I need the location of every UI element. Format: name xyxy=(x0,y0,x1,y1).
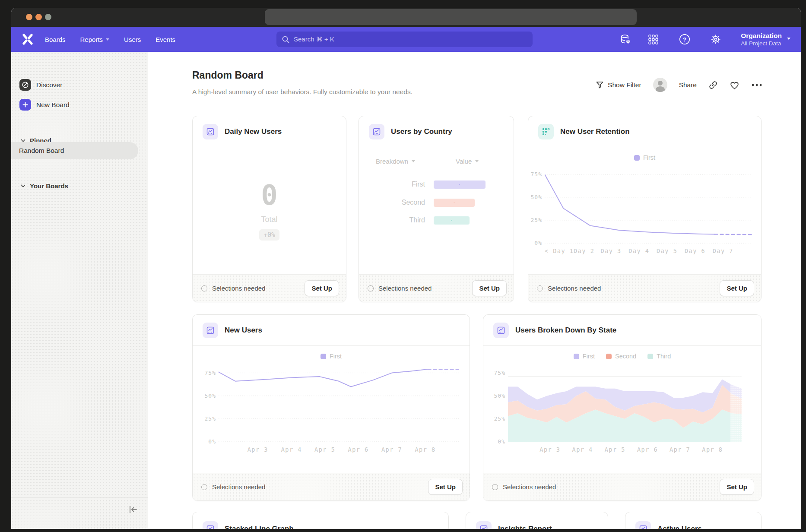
chevron-down-icon xyxy=(21,184,25,188)
chart-legend: First xyxy=(193,352,470,361)
y-axis-tick-label: 50% xyxy=(494,393,505,399)
x-axis-tick-label: Day 5 xyxy=(657,247,677,254)
x-axis-tick-label: Apr 7 xyxy=(670,446,690,453)
org-switcher[interactable]: Organization All Project Data xyxy=(741,32,790,47)
main-content: Random Board A high-level summary of use… xyxy=(148,52,801,529)
y-axis-tick-label: 0% xyxy=(534,240,542,246)
y-axis-tick-label: 75% xyxy=(494,370,505,376)
card-active-users: Active Users xyxy=(625,512,762,529)
card-title: New Users xyxy=(225,326,262,335)
org-name: Organization xyxy=(741,32,782,40)
y-axis-tick-label: 50% xyxy=(205,393,216,399)
nav-item-boards[interactable]: Boards xyxy=(45,36,66,43)
legend-item[interactable]: First xyxy=(574,353,595,360)
nav-item-reports[interactable]: Reports xyxy=(80,36,110,43)
traffic-light-zoom[interactable] xyxy=(45,14,51,20)
y-axis-tick-label: 50% xyxy=(531,194,542,200)
legend-swatch xyxy=(647,354,653,359)
x-axis-tick-label: Apr 4 xyxy=(281,446,302,453)
line-chart-icon xyxy=(493,323,509,338)
line-chart-icon xyxy=(476,521,492,529)
set-up-button[interactable]: Set Up xyxy=(472,280,507,296)
sidebar-item-random-board[interactable]: Random Board xyxy=(11,142,138,159)
x-axis-tick-label: Apr 6 xyxy=(348,446,369,453)
y-axis-tick-label: 25% xyxy=(494,415,505,422)
legend-swatch xyxy=(606,354,612,359)
x-axis-tick-label: Day 6 xyxy=(685,247,705,254)
avatar[interactable] xyxy=(653,78,667,92)
value-dropdown[interactable]: Value xyxy=(456,158,479,165)
line-chart-icon xyxy=(203,521,218,529)
x-axis-tick-label: Apr 6 xyxy=(637,446,658,453)
x-axis-tick-label: Apr 5 xyxy=(605,446,625,453)
x-axis-tick-label: Day 2 xyxy=(574,247,594,254)
legend-item[interactable]: First xyxy=(634,154,655,161)
horizontal-bar xyxy=(434,180,486,189)
search-icon xyxy=(282,35,290,44)
search-input[interactable]: Search ⌘ + K xyxy=(276,32,533,47)
card-daily-new-users: Daily New Users 0 Total ↑0% Selections n… xyxy=(192,116,346,302)
card-title: Insights Report xyxy=(498,525,552,529)
nav-right-controls: ? Organization All Project Data xyxy=(620,27,801,52)
y-axis-tick-label: 0% xyxy=(498,438,505,445)
legend-item[interactable]: Second xyxy=(606,353,636,360)
more-options-icon[interactable] xyxy=(751,83,762,87)
traffic-light-close[interactable] xyxy=(26,14,32,20)
breakdown-dropdown[interactable]: Breakdown xyxy=(376,158,415,165)
card-users-by-country: Users by Country Breakdown Value First S… xyxy=(359,116,514,302)
x-axis-tick-label: Day 3 xyxy=(601,247,622,254)
chart-legend: FirstSecondThird xyxy=(483,352,761,361)
legend-item[interactable]: Third xyxy=(647,353,671,360)
help-icon[interactable]: ? xyxy=(679,33,691,45)
data-management-icon[interactable] xyxy=(620,34,631,45)
status-circle-icon xyxy=(201,484,207,490)
card-title: Users by Country xyxy=(391,127,452,136)
set-up-button[interactable]: Set Up xyxy=(305,280,339,296)
metric-value: 0 xyxy=(261,181,278,209)
sidebar-item-discover[interactable]: Discover xyxy=(19,79,148,91)
x-axis-tick-label: Apr 3 xyxy=(248,446,268,453)
line-chart-icon xyxy=(203,124,218,139)
y-axis-tick-label: 75% xyxy=(205,370,216,376)
legend-item[interactable]: First xyxy=(320,353,342,360)
y-axis-tick-label: 0% xyxy=(208,438,216,445)
x-axis-tick-label: Day 4 xyxy=(628,247,649,254)
set-up-button[interactable]: Set Up xyxy=(428,479,463,495)
x-axis-tick-label: Day 7 xyxy=(713,247,733,254)
x-axis-tick-label: Apr 8 xyxy=(415,446,435,453)
nav-item-events[interactable]: Events xyxy=(155,36,175,43)
line-chart-icon xyxy=(635,521,651,529)
status-circle-icon xyxy=(368,285,374,291)
collapse-sidebar-icon[interactable] xyxy=(128,505,138,514)
card-new-users: New Users First 75%50%25%0% Apr 3Apr 4Ap… xyxy=(192,314,470,501)
share-button[interactable]: Share xyxy=(679,81,697,89)
x-axis-tick-label: < Day 1 xyxy=(545,247,574,254)
horizontal-bar xyxy=(434,216,470,225)
legend-swatch xyxy=(634,155,640,161)
sidebar: Discover New Board Pinned Random Board xyxy=(11,52,148,529)
sidebar-section-your-boards[interactable]: Your Boards xyxy=(21,182,148,190)
retention-grid-icon xyxy=(538,124,554,139)
nav-item-users[interactable]: Users xyxy=(124,36,141,43)
settings-gear-icon[interactable] xyxy=(710,33,722,45)
filter-funnel-icon xyxy=(596,81,604,89)
chevron-down-icon xyxy=(412,160,415,162)
mixpanel-logo-icon[interactable] xyxy=(22,33,34,45)
line-chart-icon xyxy=(369,124,384,139)
chevron-down-icon xyxy=(106,38,109,41)
url-bar[interactable] xyxy=(265,9,637,25)
plus-icon xyxy=(19,99,31,111)
set-up-button[interactable]: Set Up xyxy=(720,479,754,495)
set-up-button[interactable]: Set Up xyxy=(720,280,754,296)
show-filter-button[interactable]: Show Filter xyxy=(596,81,641,89)
card-users-by-state: Users Broken Down By State FirstSecondTh… xyxy=(483,314,762,501)
sidebar-item-new-board[interactable]: New Board xyxy=(19,99,148,111)
copy-link-icon[interactable] xyxy=(708,80,718,90)
card-title: Users Broken Down By State xyxy=(515,326,616,335)
line-chart-icon xyxy=(203,323,218,338)
favorite-heart-icon[interactable] xyxy=(730,80,739,90)
card-title: Stacked Line Graph xyxy=(225,525,294,529)
chart-legend: First xyxy=(528,153,761,162)
apps-grid-icon[interactable] xyxy=(648,34,659,45)
traffic-light-minimize[interactable] xyxy=(35,14,42,20)
